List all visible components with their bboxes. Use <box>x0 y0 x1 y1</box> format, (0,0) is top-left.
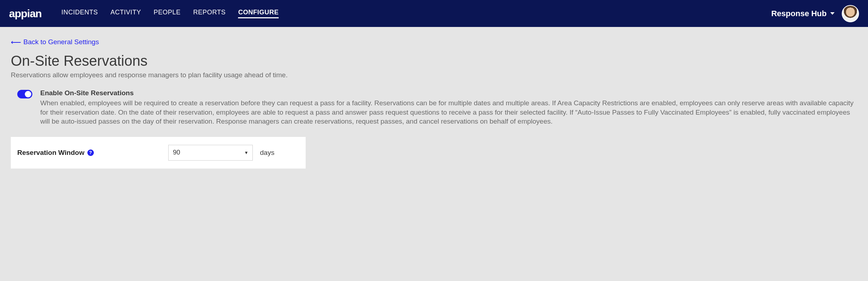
enable-reservations-toggle[interactable] <box>17 90 32 98</box>
nav-right: Response Hub <box>771 5 859 22</box>
nav-configure[interactable]: CONFIGURE <box>238 9 279 18</box>
reservation-window-field: Reservation Window ? ▼ days <box>17 145 299 161</box>
help-icon[interactable]: ? <box>87 149 94 156</box>
brand-logo-text: appian <box>9 8 42 20</box>
reservation-window-select[interactable] <box>168 145 253 161</box>
page-subtitle: Reservations allow employees and respons… <box>11 71 857 79</box>
back-link-label: Back to General Settings <box>23 38 99 46</box>
reservation-window-card: Reservation Window ? ▼ days <box>11 137 306 169</box>
site-dropdown-label: Response Hub <box>771 9 827 18</box>
enable-reservations-title: Enable On-Site Reservations <box>40 89 857 97</box>
brand-logo: appian <box>9 8 42 20</box>
enable-reservations-text: Enable On-Site Reservations When enabled… <box>40 89 857 126</box>
caret-down-icon <box>830 12 835 15</box>
reservation-window-select-wrap: ▼ <box>168 145 253 161</box>
arrow-left-icon: ⟵ <box>11 38 21 46</box>
nav-incidents[interactable]: INCIDENTS <box>61 9 98 18</box>
enable-reservations-description: When enabled, employees will be required… <box>40 98 857 126</box>
reservation-window-label: Reservation Window ? <box>17 149 161 157</box>
site-dropdown[interactable]: Response Hub <box>771 9 835 18</box>
back-link[interactable]: ⟵ Back to General Settings <box>11 38 99 46</box>
nav-activity[interactable]: ACTIVITY <box>110 9 141 18</box>
enable-reservations-row: Enable On-Site Reservations When enabled… <box>11 89 857 126</box>
reservation-window-unit: days <box>260 149 274 157</box>
page-title: On-Site Reservations <box>11 53 857 69</box>
reservation-window-label-text: Reservation Window <box>17 149 84 157</box>
page-content: ⟵ Back to General Settings On-Site Reser… <box>0 27 868 179</box>
top-navbar: appian INCIDENTS ACTIVITY PEOPLE REPORTS… <box>0 0 868 27</box>
primary-nav: INCIDENTS ACTIVITY PEOPLE REPORTS CONFIG… <box>61 9 771 18</box>
nav-reports[interactable]: REPORTS <box>193 9 225 18</box>
user-avatar[interactable] <box>842 5 859 22</box>
nav-people[interactable]: PEOPLE <box>154 9 181 18</box>
